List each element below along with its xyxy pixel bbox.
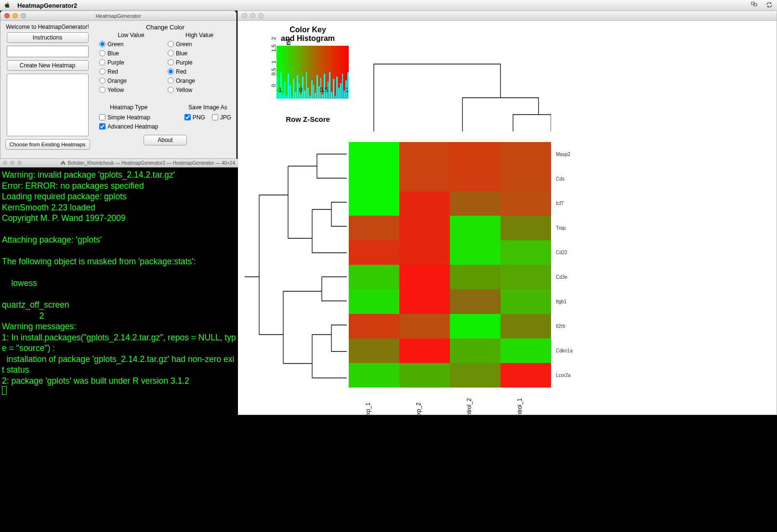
existing-heatmaps-list[interactable] <box>7 74 89 136</box>
heatmap-cell <box>450 314 500 338</box>
heatmap-cell <box>349 363 399 388</box>
heatmap-cell <box>450 240 500 265</box>
create-heatmap-button[interactable]: Create New Heatmap <box>7 60 89 71</box>
save-png-checkbox[interactable]: PNG <box>184 113 205 122</box>
heatmap-cell <box>399 240 450 265</box>
color-key-xlabel: Row Z-Score <box>267 115 349 123</box>
plot-window-zoom-icon[interactable] <box>258 13 263 18</box>
welcome-label: Welcome to HeatmapGenerator! <box>4 24 91 30</box>
window-minimize-icon[interactable] <box>13 13 18 18</box>
terminal-title: Bohdan_Khomtchouk — HeatmapGenerator2 — … <box>68 160 235 166</box>
heatmap-cell <box>399 216 450 240</box>
heatmap-row-labels: Masp2CdsIcf7TrapCd22Cd3eItgb1Il2rbCdkn1a… <box>556 142 572 388</box>
window-zoom-icon[interactable] <box>21 13 26 18</box>
save-jpg-checkbox[interactable]: JPG <box>212 113 231 122</box>
change-color-title: Change Color <box>99 24 231 31</box>
heatmap-cell <box>500 289 551 314</box>
plot-window-close-icon[interactable] <box>242 13 247 18</box>
low-value-label: Low Value <box>99 32 163 39</box>
heatmap-grid <box>349 142 551 388</box>
window-close-icon[interactable] <box>4 13 10 18</box>
high-red-radio[interactable]: Red <box>168 67 231 76</box>
terminal-titlebar[interactable]: Bohdan_Khomtchouk — HeatmapGenerator2 — … <box>0 159 238 168</box>
low-yellow-radio[interactable]: Yellow <box>99 85 163 94</box>
terminal-cursor <box>2 386 7 395</box>
heatmap-cell <box>450 265 500 289</box>
svg-rect-1 <box>754 3 757 6</box>
heatmap-cell <box>500 142 551 167</box>
high-value-label: High Value <box>168 32 231 39</box>
row-dendrogram <box>245 142 347 388</box>
color-key-histogram <box>277 72 349 99</box>
heatmap-cell <box>450 216 500 240</box>
heatmap-cell <box>399 289 450 314</box>
plot-window-titlebar[interactable] <box>238 11 777 21</box>
instructions-button[interactable]: Instructions <box>7 32 89 43</box>
heatmap-cell <box>450 191 500 216</box>
low-blue-radio[interactable]: Blue <box>99 49 163 58</box>
high-orange-radio[interactable]: Orange <box>168 76 231 85</box>
heatmap-cell <box>349 314 399 338</box>
color-key-xticks: -100.51 <box>277 86 349 93</box>
svg-rect-0 <box>751 2 754 4</box>
high-blue-radio[interactable]: Blue <box>168 49 231 58</box>
menubar-sync-icon[interactable] <box>765 1 773 10</box>
terminal-minimize-icon[interactable] <box>10 161 14 165</box>
choose-existing-button[interactable]: Choose from Existing Heatmaps <box>5 139 90 150</box>
high-green-radio[interactable]: Green <box>168 39 231 49</box>
column-dendrogram <box>349 35 551 131</box>
heatmap-cell <box>450 167 500 191</box>
low-purple-radio[interactable]: Purple <box>99 58 163 67</box>
heatmap-type-title: Heatmap Type <box>99 104 158 111</box>
heatmap-cell <box>500 314 551 338</box>
heatmap-cell <box>500 216 551 240</box>
terminal-close-icon[interactable] <box>3 161 7 165</box>
terminal-zoom-icon[interactable] <box>17 161 22 165</box>
menubar-app-name[interactable]: HeatmapGenerator2 <box>17 2 77 9</box>
window-title: HeatmapGenerator <box>0 13 236 19</box>
save-image-as-title: Save Image As <box>184 104 231 111</box>
window-titlebar[interactable]: HeatmapGenerator <box>0 11 236 21</box>
high-yellow-radio[interactable]: Yellow <box>168 85 231 94</box>
terminal-window: Bohdan_Khomtchouk — HeatmapGenerator2 — … <box>0 159 238 419</box>
file-path-input[interactable] <box>7 46 89 57</box>
heatmap-cell <box>349 191 399 216</box>
heatmap-generator-window: HeatmapGenerator Welcome to HeatmapGener… <box>0 11 237 159</box>
heatmap-cell <box>349 240 399 265</box>
terminal-home-icon <box>61 160 66 166</box>
color-key-title: Color Keyand Histogram <box>267 26 349 43</box>
plot-area: Color Keyand Histogram Count -100.51 Row… <box>238 21 777 415</box>
heatmap-cell <box>349 167 399 191</box>
menubar-fullscreen-icon[interactable] <box>751 1 759 10</box>
color-key-yticks: 00.511.52 <box>270 33 277 86</box>
heatmap-cell <box>500 191 551 216</box>
low-green-radio[interactable]: Green <box>99 39 163 49</box>
heatmap-cell <box>500 363 551 388</box>
plot-window: Color Keyand Histogram Count -100.51 Row… <box>237 11 777 415</box>
about-button[interactable]: About <box>144 135 187 145</box>
heatmap-cell <box>500 265 551 289</box>
advanced-heatmap-checkbox[interactable]: Advanced Heatmap <box>99 122 158 131</box>
heatmap-cell <box>450 338 500 363</box>
heatmap-col-labels: Exp_1Exp_2Control_2Control_1 <box>349 391 551 420</box>
heatmap-cell <box>500 338 551 363</box>
heatmap-cell <box>349 216 399 240</box>
heatmap-cell <box>399 191 450 216</box>
simple-heatmap-checkbox[interactable]: Simple Heatmap <box>99 113 158 122</box>
apple-menu-icon[interactable] <box>4 2 11 9</box>
plot-window-minimize-icon[interactable] <box>250 13 255 18</box>
low-orange-radio[interactable]: Orange <box>99 76 163 85</box>
heatmap-cell <box>450 363 500 388</box>
heatmap-cell <box>500 167 551 191</box>
terminal-output[interactable]: Warning: invalid package 'gplots_2.14.2.… <box>0 168 238 419</box>
heatmap-cell <box>399 338 450 363</box>
heatmap-cell <box>450 142 500 167</box>
mac-menubar: HeatmapGenerator2 <box>0 0 777 11</box>
high-purple-radio[interactable]: Purple <box>168 58 231 67</box>
low-red-radio[interactable]: Red <box>99 67 163 76</box>
heatmap-cell <box>399 265 450 289</box>
heatmap-cell <box>399 314 450 338</box>
heatmap-cell <box>450 289 500 314</box>
heatmap-cell <box>399 363 450 388</box>
heatmap-cell <box>349 289 399 314</box>
